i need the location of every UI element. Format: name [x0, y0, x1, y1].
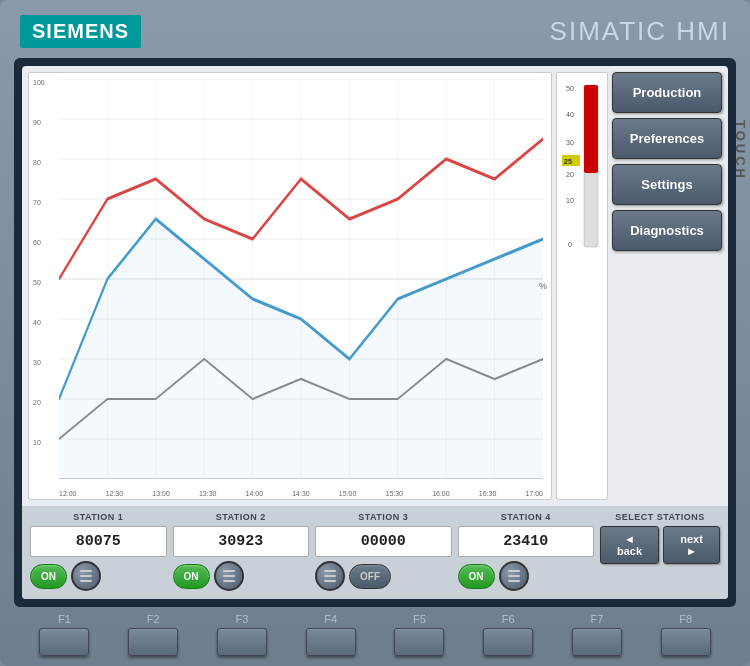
fkey-f1-button[interactable] — [39, 628, 89, 656]
fkey-f6-button[interactable] — [483, 628, 533, 656]
fkey-f7-button[interactable] — [572, 628, 622, 656]
fkey-f6: F6 — [483, 613, 533, 656]
fkey-f1: F1 — [39, 613, 89, 656]
station-1-knob[interactable] — [71, 561, 101, 591]
menu-btn-preferences[interactable]: Preferences — [612, 118, 722, 159]
fkey-f5: F5 — [394, 613, 444, 656]
function-keys-bar: F1 F2 F3 F4 F5 F6 F7 F8 — [0, 607, 750, 666]
svg-rect-26 — [584, 85, 598, 173]
hmi-screen: 100 90 80 70 60 50 40 30 20 10 — [14, 58, 736, 607]
brand-name: SIEMENS — [32, 20, 129, 42]
svg-text:40: 40 — [566, 111, 574, 118]
station-4-group: STATION 4 23410 ON — [458, 512, 595, 591]
menu-btn-diagnostics[interactable]: Diagnostics — [612, 210, 722, 251]
station-3-group: STATION 3 00000 OFF — [315, 512, 452, 591]
fkey-f8-button[interactable] — [661, 628, 711, 656]
chart-svg — [59, 79, 543, 479]
thermometer-svg: 50 40 30 25 20 10 0 — [560, 77, 604, 257]
station-3-toggle[interactable]: OFF — [349, 564, 391, 589]
hmi-title: SIMATIC HMI — [550, 16, 730, 47]
select-stations-label: SELECT STATIONS — [615, 512, 705, 522]
menu-btn-settings[interactable]: Settings — [612, 164, 722, 205]
station-2-group: STATION 2 30923 ON — [173, 512, 310, 591]
fkey-f3-label: F3 — [235, 613, 248, 625]
thermometer-area: 50 40 30 25 20 10 0 — [556, 72, 608, 500]
station-2-controls: ON — [173, 561, 310, 591]
bottom-section: STATION 1 80075 ON STATION 2 30923 ON — [22, 506, 728, 599]
siemens-logo: SIEMENS — [20, 15, 141, 48]
fkey-f3-button[interactable] — [217, 628, 267, 656]
station-2-value: 30923 — [173, 526, 310, 557]
svg-text:0: 0 — [568, 241, 572, 248]
station-4-label: STATION 4 — [501, 512, 551, 522]
fkey-f2: F2 — [128, 613, 178, 656]
fkey-f6-label: F6 — [502, 613, 515, 625]
fkey-f4-label: F4 — [324, 613, 337, 625]
station-3-label: STATION 3 — [358, 512, 408, 522]
fkey-f8-label: F8 — [679, 613, 692, 625]
screen-content: 100 90 80 70 60 50 40 30 20 10 — [22, 66, 728, 599]
back-button[interactable]: ◄ back — [600, 526, 659, 564]
station-1-toggle[interactable]: ON — [30, 564, 67, 589]
fkey-f5-button[interactable] — [394, 628, 444, 656]
station-4-controls: ON — [458, 561, 595, 591]
svg-text:50: 50 — [566, 85, 574, 92]
svg-text:20: 20 — [566, 171, 574, 178]
side-menu: Production Preferences Settings Diagnost… — [612, 72, 722, 500]
station-2-knob[interactable] — [214, 561, 244, 591]
hmi-header: SIEMENS SIMATIC HMI — [0, 0, 750, 58]
select-stations-area: SELECT STATIONS ◄ back next ► — [600, 512, 720, 564]
station-1-value: 80075 — [30, 526, 167, 557]
top-section: 100 90 80 70 60 50 40 30 20 10 — [22, 66, 728, 506]
station-4-knob[interactable] — [499, 561, 529, 591]
fkey-f7: F7 — [572, 613, 622, 656]
touch-label: TOUCH — [733, 120, 748, 181]
fkey-f4: F4 — [306, 613, 356, 656]
station-4-value: 23410 — [458, 526, 595, 557]
x-axis-labels: 12:00 12:30 13:00 13:30 14:00 14:30 15:0… — [59, 490, 543, 497]
station-2-toggle[interactable]: ON — [173, 564, 210, 589]
next-button[interactable]: next ► — [663, 526, 720, 564]
chart-percent-label: % — [539, 281, 547, 291]
station-1-group: STATION 1 80075 ON — [30, 512, 167, 591]
y-axis-labels: 100 90 80 70 60 50 40 30 20 10 — [33, 79, 45, 479]
fkey-f2-button[interactable] — [128, 628, 178, 656]
fkey-f1-label: F1 — [58, 613, 71, 625]
chart-area: 100 90 80 70 60 50 40 30 20 10 — [28, 72, 552, 500]
nav-buttons: ◄ back next ► — [600, 526, 720, 564]
svg-text:30: 30 — [566, 139, 574, 146]
svg-text:10: 10 — [566, 197, 574, 204]
svg-text:25: 25 — [564, 158, 572, 165]
fkey-f2-label: F2 — [147, 613, 160, 625]
fkey-f3: F3 — [217, 613, 267, 656]
station-1-controls: ON — [30, 561, 167, 591]
hmi-device: SIEMENS SIMATIC HMI 100 90 80 70 60 50 4… — [0, 0, 750, 666]
station-3-value: 00000 — [315, 526, 452, 557]
fkey-f7-label: F7 — [590, 613, 603, 625]
fkey-f5-label: F5 — [413, 613, 426, 625]
station-3-controls: OFF — [315, 561, 452, 591]
station-3-knob[interactable] — [315, 561, 345, 591]
fkey-f4-button[interactable] — [306, 628, 356, 656]
station-4-toggle[interactable]: ON — [458, 564, 495, 589]
fkey-f8: F8 — [661, 613, 711, 656]
station-1-label: STATION 1 — [73, 512, 123, 522]
menu-btn-production[interactable]: Production — [612, 72, 722, 113]
station-2-label: STATION 2 — [216, 512, 266, 522]
